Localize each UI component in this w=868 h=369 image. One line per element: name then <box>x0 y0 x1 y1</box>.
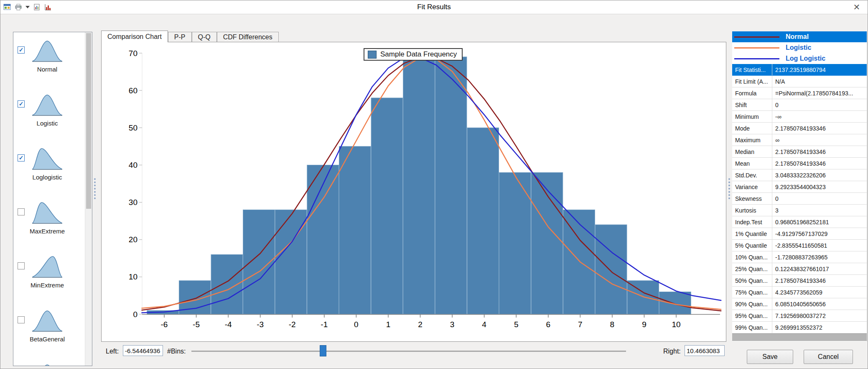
distribution-scrollbar-thumb[interactable] <box>86 33 91 209</box>
stat-row-variance[interactable]: Variance9.29233544004323 <box>732 181 867 193</box>
bins-slider-thumb[interactable] <box>320 345 326 356</box>
x-tick-label: -5 <box>193 320 200 329</box>
series-line-sample <box>734 58 779 59</box>
stat-row-1-quantile[interactable]: 1% Quantile-4.91297567137029 <box>732 228 867 240</box>
distribution-label: Loglogistic <box>13 174 81 181</box>
stat-row-mean[interactable]: Mean2.17850784193346 <box>732 158 867 169</box>
x-tick-label: -4 <box>225 320 232 329</box>
stat-row-maximum[interactable]: Maximum∞ <box>732 134 867 146</box>
distribution-item-item[interactable] <box>13 356 85 366</box>
stats-table: Fit Statisti...2137.23519880794Fit Limit… <box>732 64 867 333</box>
y-tick-label: 50 <box>129 123 137 132</box>
tab-cdf-differences[interactable]: CDF Differences <box>217 32 279 42</box>
x-tick-label: 1 <box>386 320 391 329</box>
distribution-label: Logistic <box>13 120 81 127</box>
stat-row-99-quan[interactable]: 99% Quan...9.2699913552372 <box>732 322 867 333</box>
chart-panel: -6-5-4-3-2-1012345678910010203040506070 … <box>101 42 726 342</box>
distribution-thumbnail-minextreme <box>31 253 63 279</box>
stat-label: 90% Quan... <box>732 298 772 310</box>
y-tick-label: 10 <box>129 272 137 281</box>
stat-label: Mean <box>732 158 772 169</box>
bins-slider-track[interactable] <box>191 351 626 352</box>
stat-row-skewness[interactable]: Skewness0 <box>732 193 867 205</box>
fit-results-window: Fit Results ✕ ✓Normal✓Logistic✓Loglogist… <box>0 0 868 369</box>
series-name: Normal <box>786 33 809 41</box>
left-bound-input[interactable] <box>123 345 163 356</box>
stat-label: Minimum <box>732 111 772 122</box>
bin-controls: Left: #Bins: Right: <box>101 344 726 362</box>
stat-value: 2137.23519880794 <box>772 67 867 73</box>
tab-comparison-chart[interactable]: Comparison Chart <box>101 31 168 42</box>
stat-row-indep-test[interactable]: Indep.Test0.968051968252181 <box>732 216 867 228</box>
distribution-thumbnail-normal <box>31 37 63 63</box>
tab-q-q[interactable]: Q-Q <box>192 32 217 42</box>
x-tick-label: -3 <box>257 320 264 329</box>
close-button[interactable]: ✕ <box>851 2 863 13</box>
stat-row-formula[interactable]: Formula=PsiNormal(2.17850784193... <box>732 87 867 99</box>
y-tick-label: 60 <box>129 86 137 95</box>
distribution-checkbox-betageneral[interactable] <box>18 316 25 323</box>
x-tick-label: 6 <box>546 320 550 329</box>
chart-legend-label: Sample Data Frequency <box>380 50 457 59</box>
stat-value: 2.17850784193346 <box>772 277 867 284</box>
distribution-item-maxextreme[interactable]: MaxExtreme <box>13 194 85 248</box>
histogram-bar <box>403 57 435 314</box>
y-tick-label: 70 <box>129 49 137 58</box>
distribution-label: MaxExtreme <box>13 228 81 235</box>
stat-row-fit-statisti[interactable]: Fit Statisti...2137.23519880794 <box>732 64 867 76</box>
series-name: Logistic <box>786 44 811 51</box>
distribution-checkbox-maxextreme[interactable] <box>18 208 25 215</box>
distribution-checkbox-loglogistic[interactable]: ✓ <box>18 154 25 161</box>
distribution-list: ✓Normal✓Logistic✓LoglogisticMaxExtremeMi… <box>13 32 85 366</box>
stat-value: 7.19256980037272 <box>772 313 867 319</box>
distribution-item-logistic[interactable]: ✓Logistic <box>13 86 85 140</box>
x-tick-label: -1 <box>321 320 328 329</box>
stat-value: 9.29233544004323 <box>772 184 867 190</box>
stat-row-fit-limit-a[interactable]: Fit Limit (A...N/A <box>732 76 867 87</box>
stat-value: -2.83555411650581 <box>772 242 867 249</box>
histogram-bar <box>435 57 467 314</box>
stat-row-90-quan[interactable]: 90% Quan...6.08510405650656 <box>732 298 867 310</box>
stat-row-10-quan[interactable]: 10% Quan...-1.72808837263965 <box>732 251 867 263</box>
distribution-checkbox-minextreme[interactable] <box>18 262 25 269</box>
stat-row-5-quantile[interactable]: 5% Quantile-2.83555411650581 <box>732 240 867 251</box>
distribution-item-loglogistic[interactable]: ✓Loglogistic <box>13 140 85 194</box>
stat-label: 25% Quan... <box>732 263 772 274</box>
y-tick-label: 30 <box>129 198 137 207</box>
distribution-scrollbar[interactable] <box>85 32 92 366</box>
stat-label: Fit Limit (A... <box>732 76 772 87</box>
right-bound-input[interactable] <box>685 345 725 356</box>
series-legend-row-logistic[interactable]: Logistic <box>732 42 867 53</box>
stat-row-minimum[interactable]: Minimum-∞ <box>732 111 867 123</box>
cancel-button[interactable]: Cancel <box>804 350 853 364</box>
stat-row-75-quan[interactable]: 75% Quan...4.2345773562059 <box>732 287 867 298</box>
series-legend-row-log-logistic[interactable]: Log Logistic <box>732 53 867 64</box>
stat-row-50-quan[interactable]: 50% Quan...2.17850784193346 <box>732 275 867 287</box>
distribution-item-normal[interactable]: ✓Normal <box>13 32 85 86</box>
x-tick-label: -2 <box>289 320 296 329</box>
distribution-checkbox-normal[interactable]: ✓ <box>18 46 25 54</box>
distribution-thumbnail-loglogistic <box>31 145 63 171</box>
stat-row-shift[interactable]: Shift0 <box>732 99 867 111</box>
titlebar: Fit Results ✕ <box>0 0 868 14</box>
distribution-checkbox-logistic[interactable]: ✓ <box>18 100 25 108</box>
left-splitter-handle[interactable] <box>94 178 96 199</box>
series-name: Log Logistic <box>786 55 825 62</box>
save-button[interactable]: Save <box>747 350 793 364</box>
distribution-item-betageneral[interactable]: BetaGeneral <box>13 302 85 356</box>
stat-row-mode[interactable]: Mode2.17850784193346 <box>732 123 867 134</box>
x-tick-label: -6 <box>161 320 168 329</box>
stat-row-95-quan[interactable]: 95% Quan...7.19256980037272 <box>732 310 867 322</box>
right-splitter-handle[interactable] <box>728 178 730 199</box>
distribution-item-minextreme[interactable]: MinExtreme <box>13 248 85 302</box>
stat-value: 0 <box>772 102 867 108</box>
y-tick-label: 40 <box>129 161 137 169</box>
stat-row-median[interactable]: Median2.17850784193346 <box>732 146 867 158</box>
tab-p-p[interactable]: P-P <box>168 32 192 42</box>
stats-horizontal-scrollbar[interactable] <box>732 333 867 341</box>
stat-row-std-dev[interactable]: Std.Dev.3.04833322326206 <box>732 169 867 181</box>
series-legend-row-normal[interactable]: Normal <box>732 31 867 42</box>
stat-row-kurtosis[interactable]: Kurtosis3 <box>732 205 867 216</box>
stat-row-25-quan[interactable]: 25% Quan...0.122438327661017 <box>732 263 867 275</box>
histogram-bar <box>659 292 691 314</box>
